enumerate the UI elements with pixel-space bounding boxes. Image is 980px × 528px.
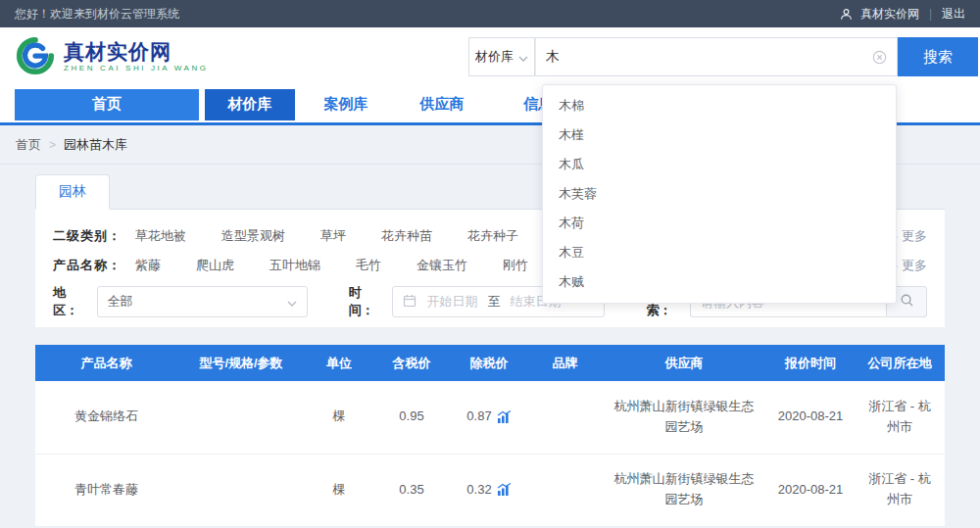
product-item[interactable]: 金镶玉竹 — [416, 257, 467, 274]
region-label: 地区： — [53, 284, 87, 319]
cell-price-with-tax: 0.35 — [373, 454, 450, 526]
category-item[interactable]: 花卉种子 — [467, 227, 518, 245]
logo-icon — [15, 35, 56, 79]
price-trend-chart-icon[interactable] — [497, 483, 512, 497]
breadcrumb-home[interactable]: 首页 — [16, 136, 41, 154]
nav-item-suppliers[interactable]: 供应商 — [397, 95, 487, 114]
col-price-with-tax: 含税价 — [373, 345, 450, 381]
suggestion-item[interactable]: 木芙蓉 — [543, 179, 896, 209]
more-label: 更多 — [902, 227, 927, 245]
search-button[interactable]: 搜索 — [898, 37, 978, 76]
search-input-wrap — [535, 37, 898, 76]
cell-price-without-tax: 0.87 — [450, 381, 528, 454]
breadcrumb-current: 园林苗木库 — [64, 136, 127, 154]
suggestion-item[interactable]: 木豆 — [543, 238, 896, 267]
site-logo[interactable]: 真材实价网 ZHEN CAI SHI JIA WANG — [15, 35, 209, 79]
nav-item-case-library[interactable]: 案例库 — [301, 95, 391, 114]
cell-unit: 棵 — [305, 454, 373, 526]
price-value: 0.87 — [466, 407, 491, 427]
cell-product-name: 黄金锦络石 — [35, 381, 177, 454]
price-trend-chart-icon[interactable] — [497, 410, 512, 424]
col-price-without-tax: 除税价 — [450, 345, 528, 381]
search-category-select[interactable]: 材价库 — [468, 37, 535, 76]
cell-company-location: 浙江省 - 杭州市 — [855, 454, 945, 526]
topbar-divider: | — [929, 7, 932, 21]
more-label: 更多 — [902, 257, 927, 274]
price-value: 0.32 — [466, 480, 491, 501]
region-select[interactable]: 全部 — [97, 286, 308, 317]
logo-subtitle: ZHEN CAI SHI JIA WANG — [64, 65, 209, 73]
nav-item-material-library[interactable]: 材价库 — [205, 89, 295, 120]
search-category-value: 材价库 — [475, 48, 514, 66]
magnifier-icon — [900, 293, 914, 311]
suggestion-item[interactable]: 木槿 — [543, 120, 896, 150]
cell-price-without-tax: 0.32 — [450, 454, 528, 526]
start-date-field[interactable]: 开始日期 — [426, 293, 477, 311]
col-company-location: 公司所在地 — [855, 345, 945, 381]
breadcrumb-separator: > — [49, 138, 56, 152]
suggestion-item[interactable]: 木棉 — [543, 91, 896, 120]
col-quote-date: 报价时间 — [766, 345, 855, 381]
table-header-row: 产品名称 型号/规格/参数 单位 含税价 除税价 品牌 供应商 报价时间 公司所… — [35, 345, 945, 381]
cell-brand — [528, 454, 602, 526]
suggestion-item[interactable]: 木贼 — [543, 267, 896, 297]
category-item[interactable]: 草花地被 — [135, 227, 186, 245]
time-label: 时间： — [349, 284, 383, 319]
col-product-name: 产品名称 — [35, 345, 177, 381]
cell-price-with-tax: 0.95 — [373, 381, 450, 454]
search-input[interactable] — [546, 49, 872, 65]
header: 真材实价网 ZHEN CAI SHI JIA WANG 材价库 搜索 — [0, 27, 980, 86]
product-item[interactable]: 五叶地锦 — [270, 257, 320, 274]
suggestion-item[interactable]: 木荷 — [543, 209, 896, 238]
date-range-separator: 至 — [487, 293, 500, 311]
cell-company-location: 浙江省 - 杭州市 — [855, 381, 945, 454]
cell-quote-date: 2020-08-21 — [766, 454, 855, 526]
chevron-down-icon — [518, 50, 528, 65]
welcome-text: 您好！欢迎来到材价云管理系统 — [15, 6, 179, 23]
nav-item-home[interactable]: 首页 — [15, 89, 199, 120]
product-label: 产品名称： — [53, 257, 135, 274]
suggestion-item[interactable]: 木瓜 — [543, 150, 896, 179]
clear-icon[interactable] — [872, 50, 887, 65]
category-item[interactable]: 草坪 — [320, 227, 346, 245]
tab-garden[interactable]: 园林 — [35, 174, 110, 210]
product-item[interactable]: 毛竹 — [356, 257, 381, 274]
global-search: 材价库 搜索 — [468, 37, 978, 76]
table-row: 黄金锦络石 棵 0.95 0.87 杭州萧山新街镇绿银生态园艺场 2020-08… — [35, 381, 945, 454]
product-item[interactable]: 紫藤 — [135, 257, 161, 274]
region-select-value: 全部 — [108, 293, 133, 311]
col-brand: 品牌 — [528, 345, 602, 381]
category-item[interactable]: 花卉种苗 — [381, 227, 432, 245]
cell-spec — [177, 454, 305, 526]
cell-brand — [528, 381, 602, 454]
cell-spec — [177, 381, 305, 454]
product-item[interactable]: 爬山虎 — [196, 257, 234, 274]
calendar-icon — [403, 294, 416, 311]
cell-unit: 棵 — [305, 381, 373, 454]
product-item[interactable]: 刚竹 — [503, 257, 528, 274]
logout-link[interactable]: 退出 — [942, 6, 965, 23]
table-row: 青叶常春藤 棵 0.35 0.32 杭州萧山新街镇绿银生态园艺场 2020-08… — [35, 454, 945, 526]
price-table: 产品名称 型号/规格/参数 单位 含税价 除税价 品牌 供应商 报价时间 公司所… — [35, 345, 945, 527]
category-label: 二级类别： — [53, 227, 135, 245]
chevron-down-icon — [287, 295, 297, 310]
topbar: 您好！欢迎来到材价云管理系统 真材实价网 | 退出 — [0, 0, 980, 27]
col-unit: 单位 — [305, 345, 373, 381]
user-icon — [840, 8, 853, 21]
cell-product-name: 青叶常春藤 — [35, 454, 177, 526]
cell-supplier: 杭州萧山新街镇绿银生态园艺场 — [602, 454, 766, 526]
category-item[interactable]: 造型景观树 — [221, 227, 285, 245]
logo-title: 真材实价网 — [64, 40, 209, 63]
topbar-site-link[interactable]: 真材实价网 — [860, 6, 919, 23]
cell-quote-date: 2020-08-21 — [766, 381, 855, 454]
search-suggestion-dropdown: 木棉 木槿 木瓜 木芙蓉 木荷 木豆 木贼 — [542, 84, 897, 304]
col-supplier: 供应商 — [602, 345, 766, 381]
cell-supplier: 杭州萧山新街镇绿银生态园艺场 — [602, 381, 766, 454]
col-spec: 型号/规格/参数 — [177, 345, 305, 381]
